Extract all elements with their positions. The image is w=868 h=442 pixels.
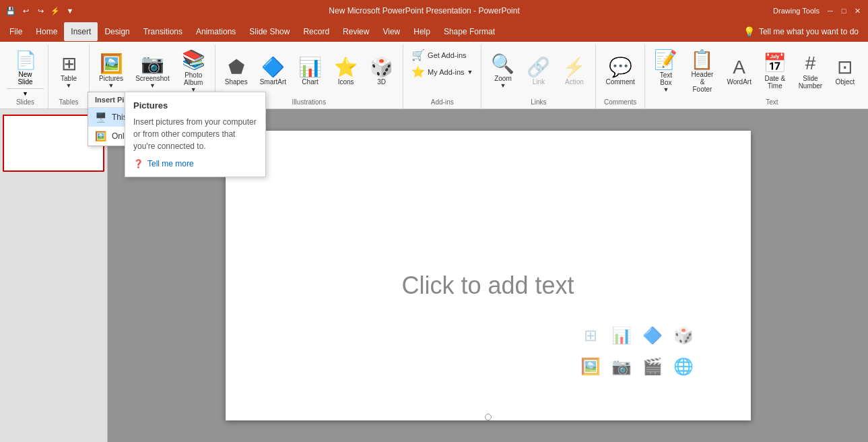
- new-slide-label: New: [18, 71, 32, 78]
- save-icon[interactable]: 💾: [5, 5, 16, 16]
- object-button[interactable]: ⊡ Object: [829, 47, 861, 94]
- redo-icon[interactable]: ↪: [35, 5, 46, 16]
- zoom-arrow[interactable]: ▼: [500, 82, 506, 89]
- my-addins-arrow[interactable]: ▼: [467, 69, 473, 75]
- 3d-icon: 🎲: [370, 56, 393, 79]
- menu-help[interactable]: Help: [407, 22, 437, 41]
- tell-me-more-link[interactable]: ❓ Tell me more: [133, 159, 257, 168]
- equation-button[interactable]: π Equ...: [863, 47, 868, 94]
- title-bar: 💾 ↩ ↪ ⚡ ▼ New Microsoft PowerPoint Prese…: [0, 0, 868, 22]
- ribbon-group-slides: 📄 New Slide ▼ Slides: [3, 44, 48, 108]
- menu-design[interactable]: Design: [98, 22, 136, 41]
- 3d-label: 3D: [377, 78, 386, 86]
- menu-file[interactable]: File: [3, 22, 29, 41]
- slide-content-icons: ⊞ 📊 🔷 🎲 🖼️ 📷 🎬 🌐: [577, 322, 697, 380]
- menu-animations[interactable]: Animations: [189, 22, 242, 41]
- comment-label: Comment: [605, 78, 634, 86]
- content-icon-photos[interactable]: 📷: [608, 353, 635, 380]
- new-slide-button[interactable]: 📄 New Slide ▼: [7, 47, 44, 98]
- window-controls[interactable]: ─ □ ✕: [825, 5, 863, 16]
- header-footer-button[interactable]: 📋 Header & Footer: [684, 47, 721, 94]
- chart-label: Chart: [302, 78, 318, 86]
- screenshot-button[interactable]: 📷 Screenshot ▼: [130, 47, 175, 94]
- my-addins-button[interactable]: ⭐ My Add-ins ▼: [407, 64, 477, 80]
- header-footer-icon: 📋: [690, 49, 714, 71]
- smartart-button[interactable]: 🔷 SmartArt: [255, 47, 292, 94]
- new-slide-dropdown[interactable]: ▼: [7, 89, 44, 98]
- textbox-icon: 📝: [654, 49, 677, 71]
- textbox-arrow[interactable]: ▼: [663, 86, 669, 93]
- menu-insert[interactable]: Insert: [64, 22, 98, 41]
- table-arrow[interactable]: ▼: [66, 82, 72, 89]
- date-time-icon: 📅: [763, 52, 787, 75]
- content-icon-online[interactable]: 🌐: [670, 353, 697, 380]
- menu-shape-format[interactable]: Shape Format: [437, 22, 502, 41]
- auto-save-icon[interactable]: ⚡: [50, 5, 61, 16]
- pictures-arrow[interactable]: ▼: [108, 82, 114, 89]
- question-icon: ❓: [133, 159, 143, 168]
- undo-icon[interactable]: ↩: [20, 5, 31, 16]
- table-button[interactable]: ⊞ Table ▼: [53, 47, 85, 94]
- maximize-icon[interactable]: □: [838, 5, 849, 16]
- chart-button[interactable]: 📊 Chart: [293, 47, 327, 94]
- close-icon[interactable]: ✕: [852, 5, 863, 16]
- pictures-button[interactable]: 🖼️ Pictures ▼: [94, 47, 129, 94]
- slide-number-button[interactable]: # Slide Number: [793, 47, 828, 94]
- this-device-icon: 🖥️: [95, 112, 106, 123]
- zoom-button[interactable]: 🔍 Zoom ▼: [486, 47, 520, 94]
- new-slide-top[interactable]: 📄 New Slide: [7, 47, 44, 89]
- ribbon-group-comments: 💬 Comment Comments: [596, 44, 644, 108]
- content-icon-chart[interactable]: 📊: [608, 322, 635, 349]
- menu-view[interactable]: View: [376, 22, 407, 41]
- textbox-button[interactable]: 📝 Text Box ▼: [649, 47, 683, 94]
- action-label: Action: [565, 78, 584, 86]
- menu-bar: File Home Insert Design Transitions Anim…: [0, 22, 868, 42]
- object-label: Object: [835, 78, 855, 86]
- menu-record[interactable]: Record: [296, 22, 336, 41]
- pictures-help-popup: Pictures Insert pictures from your compu…: [125, 92, 266, 177]
- menu-slideshow[interactable]: Slide Show: [242, 22, 296, 41]
- text-group-items: 📝 Text Box ▼ 📋 Header & Footer A WordArt…: [649, 44, 868, 108]
- wordart-button[interactable]: A WordArt: [722, 47, 757, 94]
- content-icon-table[interactable]: ⊞: [577, 322, 604, 349]
- ribbon-group-text: 📝 Text Box ▼ 📋 Header & Footer A WordArt…: [645, 44, 868, 108]
- shapes-label: Shapes: [225, 78, 248, 86]
- 3d-models-button[interactable]: 🎲 3D: [364, 47, 399, 94]
- minimize-icon[interactable]: ─: [825, 5, 836, 16]
- online-pictures-icon: 🖼️: [95, 131, 106, 141]
- shapes-button[interactable]: ⬟ Shapes: [220, 47, 253, 94]
- content-icon-pictures[interactable]: 🖼️: [577, 353, 604, 380]
- content-icon-3d[interactable]: 🎲: [670, 322, 697, 349]
- slide-canvas[interactable]: Click to add text ⊞ 📊 🔷 🎲 🖼️ 📷 🎬 🌐: [226, 131, 751, 420]
- link-icon: 🔗: [527, 56, 550, 79]
- screenshot-arrow[interactable]: ▼: [149, 82, 156, 89]
- menu-review[interactable]: Review: [336, 22, 376, 41]
- comment-button[interactable]: 💬 Comment: [600, 47, 640, 94]
- icons-button[interactable]: ⭐ Icons: [329, 47, 363, 94]
- slide-number-icon: #: [805, 52, 816, 75]
- slides-group-label: Slides: [16, 98, 34, 106]
- menu-home[interactable]: Home: [29, 22, 64, 41]
- link-button: 🔗 Link: [521, 47, 556, 94]
- pictures-icon: 🖼️: [100, 53, 123, 75]
- photo-album-button[interactable]: 📚 Photo Album ▼: [176, 47, 211, 94]
- icons-icon: ⭐: [334, 56, 358, 79]
- quick-access-toolbar[interactable]: 💾 ↩ ↪ ⚡ ▼: [5, 5, 75, 16]
- addins-group-label: Add-ins: [431, 98, 454, 106]
- pictures-label: Pictures: [99, 75, 123, 82]
- table-icon: ⊞: [61, 53, 77, 75]
- text-group-label: Text: [766, 98, 778, 106]
- help-popup-title: Pictures: [133, 100, 257, 110]
- date-time-button[interactable]: 📅 Date & Time: [758, 47, 792, 94]
- tell-me-bar[interactable]: 💡 Tell me what you want to do: [737, 24, 865, 40]
- ribbon-group-addins: 🛒 Get Add-ins ⭐ My Add-ins ▼ Add-ins: [403, 44, 481, 108]
- content-icon-smartart[interactable]: 🔷: [639, 322, 666, 349]
- tell-me-more-label[interactable]: Tell me more: [147, 159, 194, 168]
- content-icon-video[interactable]: 🎬: [639, 353, 666, 380]
- new-slide-icon: 📄: [15, 50, 36, 71]
- get-addins-button[interactable]: 🛒 Get Add-ins: [407, 47, 477, 63]
- photo-album-label: Photo: [185, 71, 202, 79]
- dropdown-arrow-icon[interactable]: ▼: [65, 5, 75, 16]
- menu-transitions[interactable]: Transitions: [137, 22, 189, 41]
- tell-me-text: Tell me what you want to do: [759, 27, 859, 36]
